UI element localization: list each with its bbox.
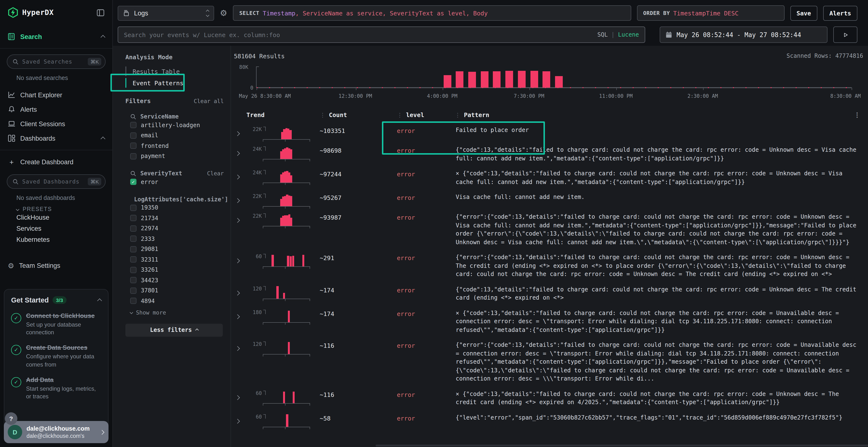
checkbox-unchecked[interactable] <box>130 153 136 160</box>
table-row: 60~58error{"level":"error","span_id":"53… <box>234 409 863 429</box>
create-dashboard-label: Create Dashboard <box>20 158 105 166</box>
row-expand-chevron-icon[interactable] <box>234 144 246 157</box>
filter-option-29081[interactable]: 29081 <box>125 244 224 254</box>
checkbox-unchecked[interactable] <box>130 277 136 283</box>
row-expand-chevron-icon[interactable] <box>234 211 246 224</box>
column-header-level[interactable]: ⋮level <box>397 111 455 118</box>
checkbox-unchecked[interactable] <box>130 205 136 211</box>
filter-option-4894[interactable]: 4894 <box>125 296 224 306</box>
language-toggle-lucene[interactable]: Lucene <box>618 31 639 38</box>
x-axis-tick-label: 7:30:00 PM <box>514 93 544 99</box>
language-toggle-sql[interactable]: SQL <box>597 31 608 38</box>
row-expand-chevron-icon[interactable] <box>234 388 246 401</box>
chevron-up-icon[interactable] <box>100 35 105 39</box>
gear-icon[interactable]: ⚙ <box>220 9 227 17</box>
search-icon[interactable] <box>130 113 136 120</box>
presets-toggle[interactable]: PRESETS <box>0 201 112 212</box>
checkbox-unchecked[interactable] <box>130 246 136 252</box>
filter-option-19350[interactable]: 19350 <box>125 203 224 213</box>
time-range-picker[interactable]: May 26 08:52:44 - May 27 08:52:44 <box>660 27 828 43</box>
filter-option-2333[interactable]: 2333 <box>125 234 224 244</box>
chevron-up-icon[interactable] <box>97 299 102 303</box>
checkbox-unchecked[interactable] <box>130 256 136 263</box>
checkbox-unchecked[interactable] <box>130 122 136 128</box>
checkbox-unchecked[interactable] <box>130 143 136 149</box>
filter-option-33261[interactable]: 33261 <box>125 265 224 275</box>
filter-option-frontend[interactable]: frontend <box>125 141 224 151</box>
table-options-kebab-icon[interactable]: ⋮ <box>854 111 860 118</box>
chevron-up-icon[interactable] <box>100 136 105 141</box>
checkbox-unchecked[interactable] <box>130 287 136 294</box>
filter-option-21734[interactable]: 21734 <box>125 213 224 223</box>
filter-option-error[interactable]: ✓ error <box>125 177 224 187</box>
get-started-item[interactable]: ✓ Connect to ClickHouse Set up your data… <box>11 311 101 337</box>
clear-severity-filter-link[interactable]: Clear <box>207 170 224 177</box>
row-expand-chevron-icon[interactable] <box>234 283 246 297</box>
filter-option-artillery-loadgen[interactable]: artillery-loadgen <box>125 120 224 130</box>
filter-option-email[interactable]: email <box>125 130 224 141</box>
filter-option-34423[interactable]: 34423 <box>125 275 224 285</box>
search-icon[interactable] <box>130 170 136 176</box>
saved-dashboards-input[interactable]: Saved Dashboards ⌘K <box>7 174 105 189</box>
horizontal-scrollbar[interactable] <box>376 445 868 447</box>
histogram-bar <box>493 71 501 88</box>
row-expand-chevron-icon[interactable] <box>234 412 246 424</box>
row-expand-chevron-icon[interactable] <box>234 168 246 181</box>
row-expand-chevron-icon[interactable] <box>234 191 246 204</box>
checkbox-unchecked[interactable] <box>130 236 136 242</box>
preset-item-services[interactable]: Services <box>0 223 112 234</box>
row-expand-chevron-icon[interactable] <box>234 251 246 265</box>
source-select-value: Logs <box>134 9 202 16</box>
help-button[interactable]: ? <box>5 412 18 425</box>
alerts-button[interactable]: Alerts <box>823 5 858 21</box>
event-search-input[interactable]: Search your events w/ Lucene ex. column:… <box>118 27 645 43</box>
checkbox-unchecked[interactable] <box>130 226 136 232</box>
checkbox-checked[interactable]: ✓ <box>130 179 136 185</box>
save-button[interactable]: Save <box>790 5 817 21</box>
checkbox-unchecked[interactable] <box>130 298 136 304</box>
collapse-sidebar-icon[interactable] <box>96 8 105 16</box>
preset-item-clickhouse[interactable]: ClickHouse <box>0 212 112 223</box>
drag-handle-icon[interactable]: ⋮ <box>455 112 461 118</box>
filter-option-22974[interactable]: 22974 <box>125 223 224 234</box>
less-filters-button[interactable]: Less filters <box>125 323 223 337</box>
sidebar-item-alerts[interactable]: Alerts <box>0 103 112 116</box>
preset-item-kubernetes[interactable]: Kubernetes <box>0 234 112 245</box>
saved-searches-input[interactable]: Saved Searches ⌘K <box>7 55 105 69</box>
sidebar-item-chart-explorer[interactable]: Chart Explorer <box>0 88 112 102</box>
get-started-item[interactable]: ✓ Add Data Start sending logs, metrics, … <box>11 375 101 401</box>
results-histogram[interactable]: 80K 0 <box>256 66 851 88</box>
show-more-link[interactable]: Show more <box>125 309 224 316</box>
filter-option-payment[interactable]: payment <box>125 151 224 161</box>
checkbox-unchecked[interactable] <box>130 133 136 139</box>
row-expand-chevron-icon[interactable] <box>234 339 246 352</box>
sidebar-item-team-settings[interactable]: ⚙ Team Settings <box>0 259 112 272</box>
row-expand-chevron-icon[interactable] <box>234 307 246 320</box>
sidebar-item-dashboards[interactable]: Dashboards <box>0 132 112 145</box>
drag-handle-icon[interactable]: ⋮ <box>320 112 326 118</box>
checkbox-unchecked[interactable] <box>130 215 136 221</box>
drag-handle-icon[interactable]: ⋮ <box>397 112 403 118</box>
column-header-pattern[interactable]: ⋮Pattern <box>455 111 863 118</box>
filter-option-37801[interactable]: 37801 <box>125 285 224 296</box>
mode-event-patterns[interactable]: Event Patterns <box>125 77 224 89</box>
order-by-input[interactable]: ORDER BY TimestampTime DESC <box>637 5 784 21</box>
table-row: 60~116error× {"code":13,"details":"faile… <box>234 386 863 409</box>
mode-results-table[interactable]: Results Table <box>125 66 224 77</box>
column-header-count[interactable]: ⋮Count <box>320 111 397 118</box>
user-menu[interactable]: D dale@clickhouse.com dale@clickhouse.co… <box>4 421 108 443</box>
get-started-item[interactable]: ✓ Create Data Sources Configure where yo… <box>11 343 101 369</box>
sidebar-item-client-sessions[interactable]: Client Sessions <box>0 117 112 131</box>
select-clause-input[interactable]: SELECT Timestamp, ServiceName as service… <box>233 5 631 21</box>
create-dashboard-button[interactable]: + Create Dashboard <box>0 155 112 169</box>
filter-option-32311[interactable]: 32311 <box>125 254 224 265</box>
checkbox-unchecked[interactable] <box>130 267 136 273</box>
source-select[interactable]: Logs <box>118 5 214 21</box>
sidebar-item-search[interactable]: Search <box>0 30 112 43</box>
row-expand-chevron-icon[interactable] <box>234 124 246 137</box>
filter-group-name: ServiceName <box>140 113 179 120</box>
run-query-button[interactable] <box>833 27 858 43</box>
clear-all-filters-link[interactable]: Clear all <box>194 98 224 105</box>
divider <box>0 48 112 49</box>
trend-baseline <box>263 206 310 207</box>
